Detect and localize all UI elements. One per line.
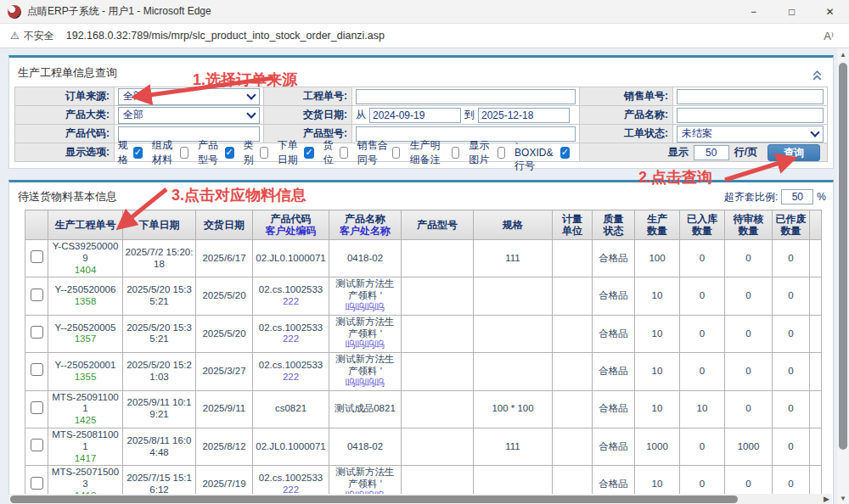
- qty-instock-cell: 0: [680, 428, 725, 465]
- order-date-cell: 2025/7/2 15:20:18: [123, 240, 196, 277]
- unit-cell: [553, 428, 593, 465]
- customer-code-link[interactable]: 222: [255, 372, 327, 384]
- display-option: 货位: [323, 138, 348, 167]
- display-option-checkbox[interactable]: [340, 147, 348, 159]
- quality-cell: 合格品: [593, 277, 635, 315]
- display-option-label: 组成材料: [152, 138, 177, 167]
- order-id-link[interactable]: 1358: [50, 296, 121, 308]
- row-select-cell: [25, 277, 48, 315]
- qty-voided-cell: 0: [773, 277, 810, 315]
- read-aloud-icon[interactable]: A⁾: [818, 30, 839, 42]
- horizontal-scrollbar-thumb[interactable]: [10, 496, 738, 503]
- display-option-label: 规格: [118, 138, 131, 167]
- display-option-checkbox[interactable]: ✓: [304, 147, 313, 159]
- customer-name-link[interactable]: 呜呜呜呜: [331, 302, 399, 314]
- display-option-checkbox[interactable]: [260, 147, 268, 159]
- sales-no-input[interactable]: [677, 89, 824, 104]
- column-header: 产品名称客户处名称: [329, 210, 402, 240]
- close-button[interactable]: ✕: [811, 0, 849, 23]
- order-id-link[interactable]: 1417: [50, 453, 121, 465]
- row-checkbox[interactable]: [31, 288, 43, 301]
- unit-cell: [553, 353, 593, 390]
- display-option-checkbox[interactable]: ✓: [133, 147, 143, 159]
- spec-cell: [474, 277, 553, 315]
- order-id-link[interactable]: 1355: [50, 372, 121, 384]
- order-no-cell: Y--2505200011355: [48, 353, 123, 390]
- order-no[interactable]: MTS-250715003: [50, 467, 121, 490]
- delivery-date-to-input[interactable]: [478, 108, 570, 123]
- product-name-input[interactable]: [677, 108, 824, 123]
- product-category-select[interactable]: 全部: [118, 107, 260, 124]
- display-option-checkbox[interactable]: [392, 147, 401, 159]
- vertical-scrollbar[interactable]: ▲ ▼: [837, 48, 849, 504]
- delivery-date-from-input[interactable]: [369, 108, 461, 123]
- query-form: 订单来源: 全部 工程单号: 销售单号: 产品大类: 全部 交货日期: 从: [14, 87, 828, 162]
- qty-voided-cell: 0: [773, 353, 810, 390]
- display-option-label: 、BOXID&行号: [514, 132, 558, 173]
- scroll-up-icon[interactable]: ▲: [837, 51, 849, 59]
- order-no[interactable]: Y--250520005: [50, 322, 121, 334]
- qty-instock-cell: 0: [680, 240, 725, 277]
- order-id-link[interactable]: 1404: [50, 265, 121, 277]
- row-checkbox[interactable]: [31, 250, 43, 263]
- maximize-button[interactable]: □: [773, 0, 811, 23]
- qty-production-cell: 10: [635, 390, 680, 428]
- search-button[interactable]: 查询: [767, 144, 820, 161]
- qty-pending-cell: 0: [725, 315, 773, 352]
- row-checkbox[interactable]: [31, 363, 43, 376]
- product-code-label: 产品代码:: [15, 125, 115, 143]
- collapse-panel-icon[interactable]: [812, 69, 823, 84]
- display-option-checkbox[interactable]: [180, 147, 188, 159]
- order-source-select[interactable]: 全部: [118, 88, 260, 105]
- customer-code-link[interactable]: 222: [255, 296, 327, 308]
- product-name-label: 产品名称:: [580, 106, 673, 125]
- over-ratio-input[interactable]: [781, 189, 813, 204]
- qty-pending-cell: 0: [725, 277, 773, 315]
- rows-per-page-input[interactable]: [694, 145, 729, 160]
- delivery-date-cell: 2025/6/17: [196, 240, 253, 277]
- url-text[interactable]: 192.168.0.32:789/mis/mrp/slc_product_int…: [66, 30, 818, 42]
- quality-cell: 合格品: [593, 240, 635, 277]
- order-id-link[interactable]: 1425: [50, 415, 121, 427]
- address-bar[interactable]: ⚠ 不安全 192.168.0.32:789/mis/mrp/slc_produ…: [0, 24, 849, 48]
- qty-voided-cell: 0: [773, 315, 810, 352]
- order-status-select[interactable]: 未结案: [677, 126, 824, 143]
- display-option-checkbox[interactable]: [452, 147, 460, 159]
- customer-code-link[interactable]: 222: [255, 333, 327, 345]
- order-no[interactable]: MTS-250911001: [50, 392, 121, 416]
- customer-name-link[interactable]: 呜呜呜呜: [331, 378, 399, 389]
- row-checkbox[interactable]: [31, 326, 43, 339]
- order-no[interactable]: Y--250520006: [50, 284, 121, 296]
- vertical-scrollbar-thumb[interactable]: [839, 63, 847, 450]
- display-option-checkbox[interactable]: [498, 147, 506, 159]
- customer-name-link[interactable]: 呜呜呜呜: [331, 339, 399, 351]
- order-no-cell: Y-CS3925000091404: [48, 240, 123, 277]
- display-option: 类别: [244, 138, 268, 167]
- trailing-cell: [810, 240, 822, 277]
- scroll-down-icon[interactable]: ▼: [837, 495, 849, 502]
- display-option-checkbox[interactable]: ✓: [560, 147, 570, 159]
- horizontal-scrollbar[interactable]: ▶: [8, 494, 832, 504]
- qty-instock-cell: 0: [680, 315, 725, 352]
- display-option-checkbox[interactable]: ✓: [225, 147, 234, 159]
- order-id-link[interactable]: 1357: [50, 333, 121, 345]
- column-header: 已作废 数量: [773, 210, 810, 240]
- date-from-prefix: 从: [356, 108, 366, 122]
- project-no-input[interactable]: [356, 89, 576, 104]
- column-header: 产品型号: [402, 210, 474, 240]
- delivery-date-cell: 2025/9/11: [196, 390, 253, 428]
- trailing-cell: [810, 353, 822, 390]
- app-favicon: [8, 5, 21, 19]
- minimize-button[interactable]: −: [734, 0, 773, 23]
- column-header: [25, 210, 48, 240]
- row-checkbox[interactable]: [31, 477, 43, 490]
- scroll-right-icon[interactable]: ▶: [824, 495, 829, 503]
- order-no[interactable]: Y-CS392500009: [50, 241, 121, 265]
- order-no[interactable]: Y--250520001: [50, 360, 121, 372]
- qty-instock-cell: 10: [680, 390, 725, 428]
- order-no[interactable]: MTS-250811001: [50, 429, 121, 453]
- row-checkbox[interactable]: [31, 439, 43, 451]
- materials-panel: 待送货物料基本信息 超齐套比例: % 生产工程单号下单日期交货日期产品代码客户处…: [8, 180, 834, 504]
- qty-pending-cell: 0: [725, 353, 773, 390]
- row-checkbox[interactable]: [31, 401, 43, 414]
